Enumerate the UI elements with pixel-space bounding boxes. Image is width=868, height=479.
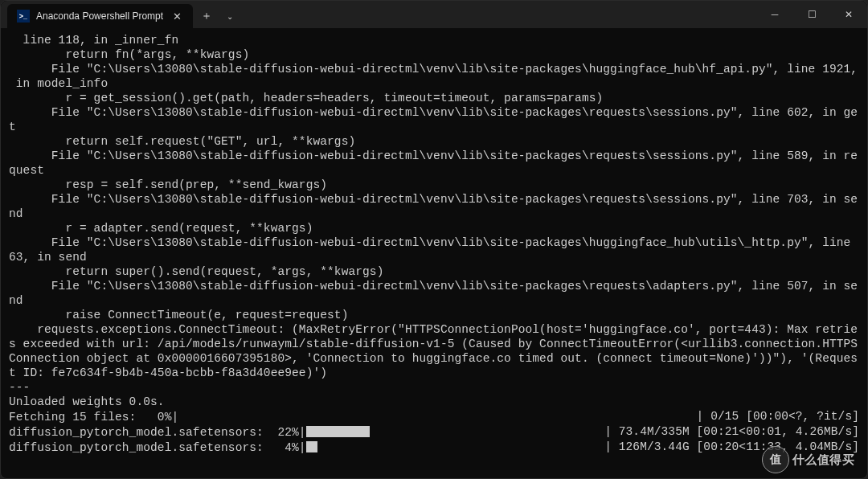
titlebar[interactable]: >_ Anaconda Powershell Prompt ✕ ＋ ⌄ ─ ☐ … [1, 1, 867, 28]
tab-title: Anaconda Powershell Prompt [36, 10, 163, 22]
progress-row: Fetching 15 files: 0%|| 0/15 [00:00<?, ?… [9, 409, 859, 424]
titlebar-drag-area[interactable] [240, 1, 756, 28]
new-tab-button[interactable]: ＋ [193, 4, 220, 28]
tab-close-button[interactable]: ✕ [170, 9, 185, 24]
progress-row: diffusion_pytorch_model.safetensors: 4%|… [9, 440, 859, 455]
close-button[interactable]: ✕ [830, 1, 867, 28]
tab-dropdown-button[interactable]: ⌄ [220, 4, 240, 28]
minimize-button[interactable]: ─ [756, 1, 793, 28]
watermark-icon: 值 [762, 446, 789, 473]
watermark: 值 什么值得买 [762, 446, 855, 473]
app-window: >_ Anaconda Powershell Prompt ✕ ＋ ⌄ ─ ☐ … [0, 0, 868, 479]
powershell-icon: >_ [17, 10, 30, 23]
watermark-text: 什么值得买 [792, 452, 855, 468]
maximize-button[interactable]: ☐ [793, 1, 830, 28]
tab-active[interactable]: >_ Anaconda Powershell Prompt ✕ [7, 4, 193, 28]
terminal-output[interactable]: line 118, in _inner_fn return fn(*args, … [1, 28, 867, 478]
progress-row: diffusion_pytorch_model.safetensors: 22%… [9, 424, 859, 440]
